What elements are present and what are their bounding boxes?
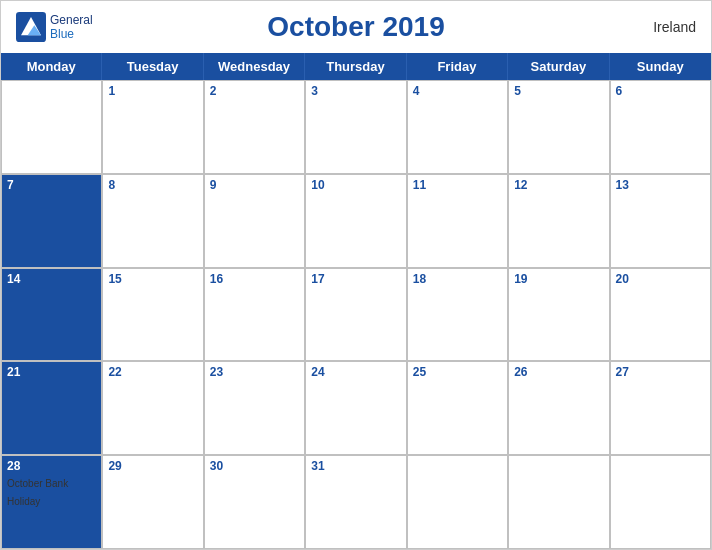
date-number: 9 <box>210 178 299 192</box>
date-number: 13 <box>616 178 705 192</box>
cal-cell: 4 <box>407 80 508 174</box>
date-number: 11 <box>413 178 502 192</box>
calendar-grid: 1234567891011121314151617181920212223242… <box>1 80 711 549</box>
day-header-sunday: Sunday <box>610 53 711 80</box>
cal-cell: 6 <box>610 80 711 174</box>
cal-cell: 31 <box>305 455 406 549</box>
cal-cell: 7 <box>1 174 102 268</box>
cal-cell: 18 <box>407 268 508 362</box>
date-number: 20 <box>616 272 705 286</box>
cal-cell: 5 <box>508 80 609 174</box>
cal-cell: 9 <box>204 174 305 268</box>
logo-area: General Blue <box>16 12 93 42</box>
date-number: 26 <box>514 365 603 379</box>
cal-cell: 22 <box>102 361 203 455</box>
date-number: 28 <box>7 459 96 473</box>
cal-cell: 13 <box>610 174 711 268</box>
cal-cell: 30 <box>204 455 305 549</box>
event-label: October Bank Holiday <box>7 478 68 507</box>
calendar-title: October 2019 <box>267 11 444 43</box>
date-number: 25 <box>413 365 502 379</box>
cal-cell: 24 <box>305 361 406 455</box>
date-number: 27 <box>616 365 705 379</box>
cal-cell: 26 <box>508 361 609 455</box>
cal-cell: 15 <box>102 268 203 362</box>
generalblue-logo-icon <box>16 12 46 42</box>
cal-cell: 10 <box>305 174 406 268</box>
date-number: 22 <box>108 365 197 379</box>
date-number: 31 <box>311 459 400 473</box>
days-header: Monday Tuesday Wednesday Thursday Friday… <box>1 53 711 80</box>
cal-cell: 21 <box>1 361 102 455</box>
cal-cell: 27 <box>610 361 711 455</box>
cal-cell <box>407 455 508 549</box>
day-header-wednesday: Wednesday <box>204 53 305 80</box>
country-label: Ireland <box>653 19 696 35</box>
date-number: 30 <box>210 459 299 473</box>
cal-cell: 29 <box>102 455 203 549</box>
cal-cell <box>1 80 102 174</box>
day-header-friday: Friday <box>407 53 508 80</box>
date-number: 5 <box>514 84 603 98</box>
date-number: 23 <box>210 365 299 379</box>
date-number: 4 <box>413 84 502 98</box>
day-header-monday: Monday <box>1 53 102 80</box>
date-number: 17 <box>311 272 400 286</box>
logo-text: General Blue <box>50 13 93 42</box>
date-number: 3 <box>311 84 400 98</box>
date-number: 12 <box>514 178 603 192</box>
cal-cell: 17 <box>305 268 406 362</box>
date-number: 21 <box>7 365 96 379</box>
cal-cell: 25 <box>407 361 508 455</box>
date-number: 29 <box>108 459 197 473</box>
date-number: 15 <box>108 272 197 286</box>
date-number: 16 <box>210 272 299 286</box>
date-number: 24 <box>311 365 400 379</box>
date-number: 10 <box>311 178 400 192</box>
day-header-saturday: Saturday <box>508 53 609 80</box>
date-number: 7 <box>7 178 96 192</box>
cal-cell: 2 <box>204 80 305 174</box>
cal-cell: 19 <box>508 268 609 362</box>
cal-cell: 14 <box>1 268 102 362</box>
day-header-tuesday: Tuesday <box>102 53 203 80</box>
cal-cell: 8 <box>102 174 203 268</box>
cal-cell: 12 <box>508 174 609 268</box>
date-number: 6 <box>616 84 705 98</box>
cal-cell: 1 <box>102 80 203 174</box>
date-number: 14 <box>7 272 96 286</box>
cal-cell <box>508 455 609 549</box>
date-number: 19 <box>514 272 603 286</box>
date-number: 18 <box>413 272 502 286</box>
cal-cell: 3 <box>305 80 406 174</box>
cal-cell: 16 <box>204 268 305 362</box>
cal-cell: 23 <box>204 361 305 455</box>
cal-cell: 28October Bank Holiday <box>1 455 102 549</box>
calendar-container: General Blue October 2019 Ireland Monday… <box>0 0 712 550</box>
day-header-thursday: Thursday <box>305 53 406 80</box>
cal-cell: 11 <box>407 174 508 268</box>
calendar-header: General Blue October 2019 Ireland <box>1 1 711 53</box>
date-number: 2 <box>210 84 299 98</box>
cal-cell: 20 <box>610 268 711 362</box>
cal-cell <box>610 455 711 549</box>
date-number: 1 <box>108 84 197 98</box>
date-number: 8 <box>108 178 197 192</box>
